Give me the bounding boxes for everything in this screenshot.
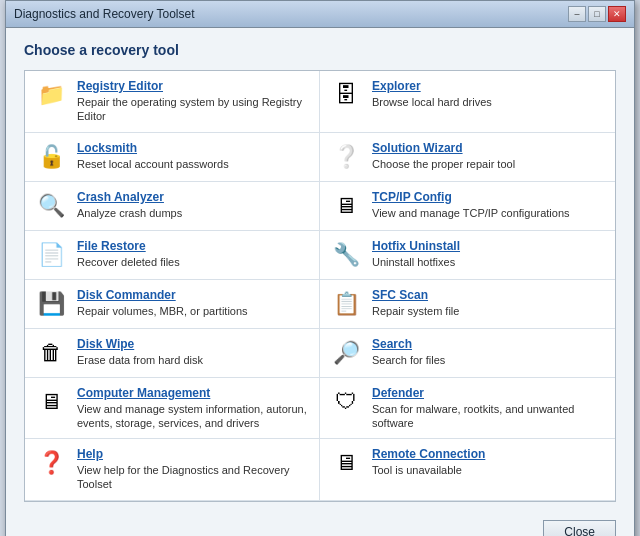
tool-item-hotfix-uninstall[interactable]: 🔧 Hotfix Uninstall Uninstall hotfixes [320, 231, 615, 280]
tool-item-disk-wipe[interactable]: 🗑 Disk Wipe Erase data from hard disk [25, 329, 320, 378]
computer-management-link[interactable]: Computer Management [77, 386, 309, 400]
tool-item-tcp-ip-config[interactable]: 🖥 TCP/IP Config View and manage TCP/IP c… [320, 182, 615, 231]
crash-analyzer-link[interactable]: Crash Analyzer [77, 190, 309, 204]
explorer-desc: Browse local hard drives [372, 96, 492, 108]
disk-commander-icon: 💾 [35, 288, 67, 320]
hotfix-uninstall-desc: Uninstall hotfixes [372, 256, 455, 268]
search-link[interactable]: Search [372, 337, 605, 351]
maximize-button[interactable]: □ [588, 6, 606, 22]
tcp-ip-config-desc: View and manage TCP/IP configurations [372, 207, 570, 219]
main-window: Diagnostics and Recovery Toolset – □ ✕ C… [5, 0, 635, 536]
close-button[interactable]: Close [543, 520, 616, 536]
tool-item-registry-editor[interactable]: 📁 Registry Editor Repair the operating s… [25, 71, 320, 133]
disk-wipe-desc: Erase data from hard disk [77, 354, 203, 366]
crash-analyzer-icon: 🔍 [35, 190, 67, 222]
registry-editor-desc: Repair the operating system by using Reg… [77, 96, 302, 122]
file-restore-desc: Recover deleted files [77, 256, 180, 268]
title-bar-buttons: – □ ✕ [568, 6, 626, 22]
hotfix-uninstall-icon: 🔧 [330, 239, 362, 271]
defender-icon: 🛡 [330, 386, 362, 418]
hotfix-uninstall-link[interactable]: Hotfix Uninstall [372, 239, 605, 253]
search-desc: Search for files [372, 354, 445, 366]
file-restore-link[interactable]: File Restore [77, 239, 309, 253]
locksmith-desc: Reset local account passwords [77, 158, 229, 170]
disk-wipe-icon: 🗑 [35, 337, 67, 369]
tool-item-solution-wizard[interactable]: ❔ Solution Wizard Choose the proper repa… [320, 133, 615, 182]
registry-editor-icon: 📁 [35, 79, 67, 111]
computer-management-desc: View and manage system information, auto… [77, 403, 307, 429]
disk-commander-desc: Repair volumes, MBR, or partitions [77, 305, 248, 317]
tool-item-explorer[interactable]: 🗄 Explorer Browse local hard drives [320, 71, 615, 133]
remote-connection-desc: Tool is unavailable [372, 464, 462, 476]
tool-item-disk-commander[interactable]: 💾 Disk Commander Repair volumes, MBR, or… [25, 280, 320, 329]
disk-wipe-link[interactable]: Disk Wipe [77, 337, 309, 351]
crash-analyzer-desc: Analyze crash dumps [77, 207, 182, 219]
tool-item-defender[interactable]: 🛡 Defender Scan for malware, rootkits, a… [320, 378, 615, 440]
window-close-button[interactable]: ✕ [608, 6, 626, 22]
sfc-scan-desc: Repair system file [372, 305, 459, 317]
locksmith-icon: 🔓 [35, 141, 67, 173]
tool-item-computer-management[interactable]: 🖥 Computer Management View and manage sy… [25, 378, 320, 440]
tool-item-locksmith[interactable]: 🔓 Locksmith Reset local account password… [25, 133, 320, 182]
remote-connection-icon: 🖥 [330, 447, 362, 479]
content-area: Choose a recovery tool 📁 Registry Editor… [6, 28, 634, 512]
tool-item-help[interactable]: ❓ Help View help for the Diagnostics and… [25, 439, 320, 501]
explorer-link[interactable]: Explorer [372, 79, 605, 93]
footer: Close [6, 512, 634, 536]
help-desc: View help for the Diagnostics and Recove… [77, 464, 290, 490]
tool-item-search[interactable]: 🔎 Search Search for files [320, 329, 615, 378]
tool-item-crash-analyzer[interactable]: 🔍 Crash Analyzer Analyze crash dumps [25, 182, 320, 231]
computer-management-icon: 🖥 [35, 386, 67, 418]
locksmith-link[interactable]: Locksmith [77, 141, 309, 155]
tcp-ip-config-link[interactable]: TCP/IP Config [372, 190, 605, 204]
title-bar: Diagnostics and Recovery Toolset – □ ✕ [6, 1, 634, 28]
sfc-scan-icon: 📋 [330, 288, 362, 320]
tool-item-sfc-scan[interactable]: 📋 SFC Scan Repair system file [320, 280, 615, 329]
minimize-button[interactable]: – [568, 6, 586, 22]
help-icon: ❓ [35, 447, 67, 479]
tcp-ip-config-icon: 🖥 [330, 190, 362, 222]
tool-item-remote-connection[interactable]: 🖥 Remote Connection Tool is unavailable [320, 439, 615, 501]
file-restore-icon: 📄 [35, 239, 67, 271]
search-icon: 🔎 [330, 337, 362, 369]
disk-commander-link[interactable]: Disk Commander [77, 288, 309, 302]
solution-wizard-desc: Choose the proper repair tool [372, 158, 515, 170]
solution-wizard-icon: ❔ [330, 141, 362, 173]
defender-desc: Scan for malware, rootkits, and unwanted… [372, 403, 574, 429]
help-link[interactable]: Help [77, 447, 309, 461]
window-title: Diagnostics and Recovery Toolset [14, 7, 195, 21]
sfc-scan-link[interactable]: SFC Scan [372, 288, 605, 302]
tool-item-file-restore[interactable]: 📄 File Restore Recover deleted files [25, 231, 320, 280]
defender-link[interactable]: Defender [372, 386, 605, 400]
solution-wizard-link[interactable]: Solution Wizard [372, 141, 605, 155]
page-title: Choose a recovery tool [24, 42, 616, 58]
explorer-icon: 🗄 [330, 79, 362, 111]
tools-grid: 📁 Registry Editor Repair the operating s… [24, 70, 616, 502]
registry-editor-link[interactable]: Registry Editor [77, 79, 309, 93]
remote-connection-link[interactable]: Remote Connection [372, 447, 605, 461]
